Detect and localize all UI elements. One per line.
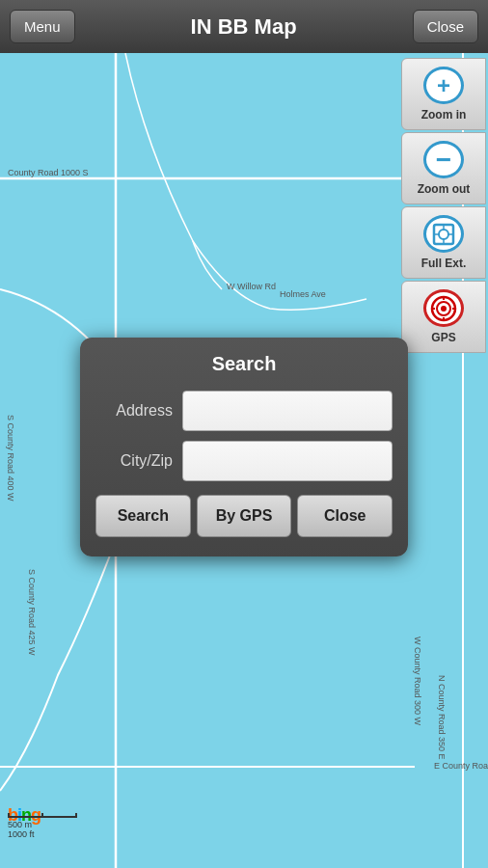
svg-text:S County Road 400 W: S County Road 400 W [6, 415, 15, 502]
zoom-out-label: Zoom out [418, 182, 471, 196]
svg-text:W County Road 300 W: W County Road 300 W [413, 637, 422, 726]
scale-bar: 500 m 1000 ft [8, 816, 75, 841]
search-dialog: Search Address City/Zip Search By GPS Cl… [80, 338, 408, 556]
zoom-out-button[interactable]: Zoom out [401, 132, 486, 204]
svg-text:E County Road H...: E County Road H... [434, 761, 488, 771]
svg-text:County Road 1000 S: County Road 1000 S [8, 168, 89, 177]
top-bar: Menu IN BB Map Close [0, 0, 488, 53]
scale-1000ft: 1000 ft [8, 829, 75, 839]
dialog-buttons: Search By GPS Close [95, 495, 393, 537]
city-zip-row: City/Zip [95, 441, 393, 481]
svg-text:S County Road 425 W: S County Road 425 W [27, 569, 37, 656]
full-extent-icon [423, 215, 464, 253]
full-extent-label: Full Ext. [421, 257, 467, 270]
menu-button[interactable]: Menu [10, 10, 75, 43]
gps-icon [423, 289, 464, 327]
search-dialog-title: Search [95, 353, 393, 375]
app-title: IN BB Map [75, 14, 413, 40]
svg-text:Holmes Ave: Holmes Ave [280, 289, 326, 299]
svg-point-20 [441, 306, 447, 312]
by-gps-button[interactable]: By GPS [197, 495, 292, 537]
scale-500m: 500 m [8, 820, 75, 829]
close-button[interactable]: Close [413, 10, 478, 43]
svg-text:W Willow Rd: W Willow Rd [227, 282, 276, 291]
svg-text:N County Road 350 E: N County Road 350 E [437, 675, 447, 760]
city-zip-label: City/Zip [95, 452, 182, 470]
city-zip-input[interactable] [182, 441, 393, 481]
svg-point-13 [439, 230, 448, 239]
dialog-close-button[interactable]: Close [297, 495, 393, 537]
gps-label: GPS [431, 331, 455, 344]
address-row: Address [95, 391, 393, 431]
address-input[interactable] [182, 391, 393, 431]
zoom-in-button[interactable]: Zoom in [401, 58, 486, 130]
zoom-out-icon [423, 141, 464, 178]
address-label: Address [95, 402, 182, 420]
zoom-in-icon [423, 67, 464, 104]
search-button[interactable]: Search [95, 495, 191, 537]
zoom-in-label: Zoom in [421, 108, 467, 122]
map-tools-panel: Zoom in Zoom out Full Ext. [401, 58, 488, 353]
gps-button[interactable]: GPS [401, 281, 486, 353]
full-extent-button[interactable]: Full Ext. [401, 206, 486, 279]
